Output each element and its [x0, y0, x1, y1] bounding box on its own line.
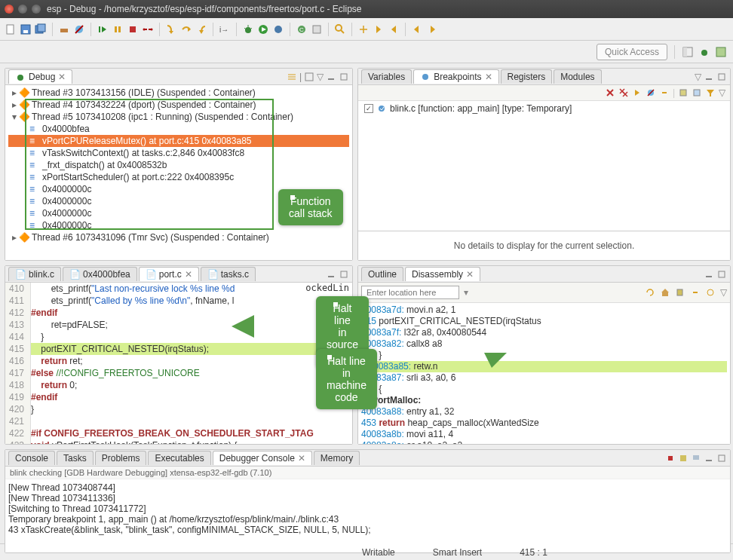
link-icon[interactable]: [659, 87, 670, 98]
forward-icon[interactable]: [426, 23, 438, 35]
source-code-area[interactable]: 410 ets_printf("Last non-recursive lock …: [5, 283, 352, 444]
debug-icon[interactable]: [242, 23, 254, 35]
tab-debugger-console[interactable]: Debugger Console✕: [213, 451, 312, 465]
minimize-icon[interactable]: [326, 269, 336, 280]
tab-variables[interactable]: Variables: [361, 69, 412, 84]
link-icon[interactable]: [690, 287, 701, 298]
window-minimize-button[interactable]: [18, 5, 27, 14]
console-output[interactable]: [New Thread 1073408744][New Thread 10734…: [5, 479, 730, 552]
close-icon[interactable]: ✕: [58, 72, 66, 82]
back-icon[interactable]: [411, 23, 423, 35]
search-icon[interactable]: [334, 23, 346, 35]
minimize-icon[interactable]: [326, 72, 336, 82]
build-icon[interactable]: [58, 23, 70, 35]
breakpoint-checkbox[interactable]: ✓: [364, 104, 373, 113]
tab-modules[interactable]: Modules: [554, 69, 601, 84]
step-into-icon[interactable]: [165, 23, 177, 35]
svg-rect-28: [313, 26, 320, 33]
debug-tree[interactable]: ▸🔶Thread #3 1073413156 (IDLE) (Suspended…: [5, 85, 352, 260]
tab-debug[interactable]: Debug ✕: [8, 69, 72, 84]
quick-access-button[interactable]: Quick Access: [597, 44, 667, 60]
stack-frame[interactable]: ≡vTaskSwitchContext() at tasks.c:2,846 0…: [8, 147, 349, 159]
filter-icon[interactable]: [705, 87, 716, 98]
editor-tab-addr[interactable]: 📄0x4000bfea: [63, 267, 137, 281]
thread-row[interactable]: ▸🔶Thread #3 1073413156 (IDLE) (Suspended…: [8, 87, 349, 99]
disassembly-area[interactable]: 40083a7d: movi.n a2, 1415 portEXIT_CRITI…: [358, 303, 730, 444]
view-menu-icon[interactable]: [304, 72, 314, 82]
suspend-icon[interactable]: [112, 23, 124, 35]
close-icon[interactable]: ✕: [485, 72, 492, 82]
run-icon[interactable]: [257, 23, 269, 35]
collapse-all-icon[interactable]: [692, 87, 702, 98]
thread-row[interactable]: ▾🔶Thread #5 1073410208 (ipc1 : Running) …: [8, 111, 349, 123]
step-return-icon[interactable]: [195, 23, 207, 35]
open-type-icon[interactable]: [311, 23, 323, 35]
tab-executables[interactable]: Executables: [148, 451, 210, 465]
save-all-icon[interactable]: [35, 23, 47, 35]
open-perspective-icon[interactable]: [682, 46, 694, 58]
goto-icon[interactable]: [632, 87, 643, 98]
new-class-icon[interactable]: C: [296, 23, 308, 35]
step-over-icon[interactable]: [180, 23, 192, 35]
prev-annotation-icon[interactable]: [388, 23, 400, 35]
refresh-icon[interactable]: [645, 287, 655, 298]
debug-perspective-icon[interactable]: [698, 46, 710, 58]
toggle-mark-icon[interactable]: [357, 23, 370, 35]
minimize-icon[interactable]: [704, 453, 714, 464]
sync-icon[interactable]: [705, 287, 716, 298]
thread-row[interactable]: ▸🔶Thread #4 1073432224 (dport) (Suspende…: [8, 99, 349, 111]
stack-frame[interactable]: ≡0x4000bfea: [8, 123, 349, 135]
maximize-icon[interactable]: [716, 72, 727, 82]
maximize-icon[interactable]: [339, 269, 349, 280]
tab-console[interactable]: Console: [8, 451, 55, 465]
maximize-icon[interactable]: [716, 269, 727, 280]
display-icon[interactable]: [691, 453, 701, 464]
maximize-icon[interactable]: [716, 453, 727, 464]
breakpoint-entry[interactable]: ✓ blink.c [function: app_main] [type: Te…: [358, 101, 730, 116]
editor-tab-tasks[interactable]: 📄tasks.c: [201, 267, 256, 281]
tab-disassembly[interactable]: Disassembly✕: [405, 267, 480, 281]
expand-icon[interactable]: [678, 87, 689, 98]
close-icon[interactable]: ✕: [298, 453, 305, 464]
profile-icon[interactable]: [272, 23, 284, 35]
svg-rect-11: [118, 26, 121, 32]
window-close-button[interactable]: [5, 5, 14, 14]
stack-frame-selected[interactable]: ≡vPortCPUReleaseMutex() at port.c:415 0x…: [8, 135, 349, 147]
terminate-icon[interactable]: [665, 453, 676, 464]
minimize-icon[interactable]: [704, 72, 714, 82]
editor-tab-blink[interactable]: 📄blink.c: [8, 267, 61, 281]
minimize-icon[interactable]: [704, 269, 714, 280]
stack-frame[interactable]: ≡_frxt_dispatch() at 0x4008532b: [8, 159, 349, 171]
pin-icon[interactable]: [678, 453, 689, 464]
tab-problems[interactable]: Problems: [95, 451, 147, 465]
editor-tab-port[interactable]: 📄port.c✕: [139, 267, 199, 281]
close-icon[interactable]: ✕: [185, 269, 192, 280]
svg-rect-12: [130, 26, 136, 32]
maximize-icon[interactable]: [339, 72, 349, 82]
tab-outline[interactable]: Outline: [361, 267, 403, 281]
remove-icon[interactable]: [605, 87, 615, 98]
thread-row[interactable]: ▸🔶Thread #6 1073431096 (Tmr Svc) (Suspen…: [8, 231, 349, 243]
home-icon[interactable]: [660, 287, 670, 298]
skip-breakpoints-icon[interactable]: [73, 23, 85, 35]
terminate-icon[interactable]: [127, 23, 139, 35]
tab-breakpoints[interactable]: Breakpoints✕: [413, 69, 498, 84]
save-icon[interactable]: [20, 23, 32, 35]
close-icon[interactable]: ✕: [466, 269, 474, 280]
next-annotation-icon[interactable]: [373, 23, 385, 35]
collapse-icon[interactable]: [287, 72, 297, 82]
stack-frame[interactable]: ≡xPortStartScheduler() at port.c:222 0x4…: [8, 171, 349, 183]
instruction-step-icon[interactable]: i→: [219, 23, 231, 35]
tab-tasks[interactable]: Tasks: [57, 451, 94, 465]
disconnect-icon[interactable]: [142, 23, 154, 35]
c-perspective-icon[interactable]: [715, 46, 727, 58]
new-icon[interactable]: [5, 23, 17, 35]
location-input[interactable]: [361, 286, 459, 299]
tab-registers[interactable]: Registers: [501, 69, 553, 84]
window-maximize-button[interactable]: [32, 5, 41, 14]
skip-icon[interactable]: [646, 87, 656, 98]
resume-icon[interactable]: [97, 23, 109, 35]
remove-all-icon[interactable]: [618, 87, 629, 98]
tab-memory[interactable]: Memory: [314, 451, 360, 465]
copy-icon[interactable]: [675, 287, 685, 298]
